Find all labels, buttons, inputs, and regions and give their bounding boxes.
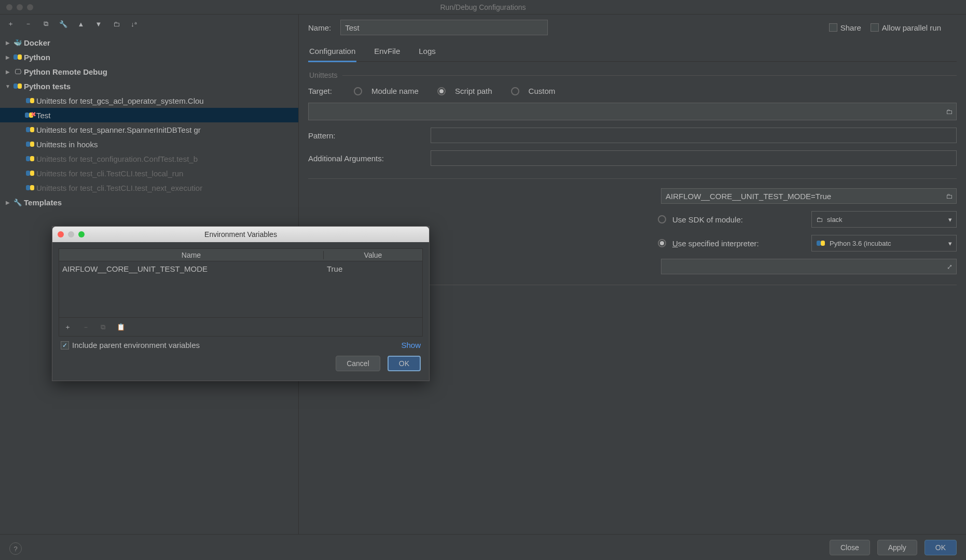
tab-logs[interactable]: Logs	[418, 45, 437, 61]
module-icon: 🗀	[816, 216, 823, 223]
edit-defaults-icon[interactable]: 🔧	[59, 20, 67, 28]
expander-icon[interactable]: ▶	[4, 54, 11, 60]
interpreter-options-input[interactable]	[661, 259, 957, 274]
tree-child-item[interactable]: Unittests in hooks	[0, 137, 298, 151]
target-label: Target:	[308, 87, 344, 95]
minimize-window-icon[interactable]	[17, 4, 23, 10]
name-label: Name:	[308, 23, 331, 32]
radio-script-path[interactable]	[437, 87, 446, 95]
show-link[interactable]: Show	[401, 341, 421, 349]
copy-config-icon[interactable]: ⧉	[42, 20, 50, 28]
folder-icon[interactable]: 🗀	[112, 20, 120, 28]
python-icon	[24, 125, 36, 134]
include-parent-checkbox[interactable]: ✓ Include parent environment variables	[61, 341, 200, 349]
browse-icon[interactable]: 🗀	[946, 192, 953, 200]
ok-button[interactable]: OK	[924, 540, 957, 555]
python-icon	[816, 239, 825, 248]
env-var-name[interactable]: AIRFLOW__CORE__UNIT_TEST_MODE	[59, 264, 324, 273]
interpreter-value: Python 3.6 (incubatc	[830, 240, 891, 247]
tree-child-label: Unittests for test_gcs_acl_operator_syst…	[36, 96, 204, 105]
radio-module-label: Module name	[371, 87, 419, 95]
dialog-button-bar: ? Close Apply OK	[0, 534, 966, 560]
tree-label: Docker	[24, 38, 50, 47]
close-window-icon[interactable]	[6, 4, 12, 10]
ok-button[interactable]: OK	[388, 356, 421, 371]
close-button[interactable]: Close	[830, 540, 870, 555]
table-empty-area[interactable]	[59, 276, 422, 317]
radio-custom-label: Custom	[529, 87, 556, 95]
sort-icon[interactable]: ↓ᵃ	[130, 20, 138, 28]
tree-child-label: Unittests in hooks	[36, 140, 98, 149]
target-path-input[interactable]	[308, 103, 957, 120]
zoom-window-icon[interactable]	[27, 4, 33, 10]
modal-title: Environment Variables	[204, 230, 277, 239]
tree-node-python-tests[interactable]: ▼ Python tests	[0, 79, 298, 93]
name-input[interactable]	[340, 20, 548, 35]
tab-envfile[interactable]: EnvFile	[373, 45, 401, 61]
browse-icon[interactable]: 🗀	[946, 108, 953, 116]
radio-module-name[interactable]	[354, 87, 362, 95]
env-vars-input[interactable]	[661, 188, 957, 204]
tree-node-templates[interactable]: ▶ 🔧 Templates	[0, 195, 298, 209]
expander-icon[interactable]: ▼	[4, 83, 11, 89]
paste-var-icon[interactable]: 📋	[117, 323, 125, 331]
move-up-icon[interactable]: ▲	[77, 20, 85, 28]
radio-custom[interactable]	[511, 87, 519, 95]
section-unittests: Unittests	[309, 71, 957, 79]
interpreter-label: Use specified interpreter:	[672, 239, 805, 248]
interpreter-combo[interactable]: Python 3.6 (incubatc ▾	[811, 235, 957, 251]
add-config-icon[interactable]: ＋	[6, 20, 15, 28]
chevron-down-icon: ▾	[948, 240, 952, 247]
docker-icon: 🐳	[11, 39, 24, 47]
copy-var-icon[interactable]: ⧉	[101, 323, 105, 331]
remove-config-icon[interactable]: －	[24, 20, 32, 28]
python-icon	[24, 154, 36, 163]
zoom-icon[interactable]	[78, 231, 85, 237]
cancel-button[interactable]: Cancel	[336, 356, 380, 371]
tree-node-python[interactable]: ▶ Python	[0, 50, 298, 64]
tree-child-item[interactable]: ✖Test	[0, 108, 298, 122]
checkbox-checked-icon: ✓	[61, 341, 69, 349]
tree-label: Templates	[24, 198, 62, 207]
remove-var-icon[interactable]: －	[82, 323, 89, 332]
env-var-value[interactable]: True	[324, 264, 422, 273]
expander-icon[interactable]: ▶	[4, 200, 11, 205]
tree-child-item[interactable]: Unittests for test_cli.TestCLI.test_loca…	[0, 166, 298, 180]
additional-args-input[interactable]	[431, 150, 957, 166]
move-down-icon[interactable]: ▼	[94, 20, 103, 28]
close-icon[interactable]	[58, 231, 64, 237]
tree-node-docker[interactable]: ▶ 🐳 Docker	[0, 35, 298, 50]
share-label: Share	[840, 23, 861, 32]
tree-node-remote-debug[interactable]: ▶ 🖵 Python Remote Debug	[0, 64, 298, 79]
tree-child-label: Test	[36, 111, 51, 120]
expand-icon[interactable]: ⤢	[947, 263, 953, 271]
column-name[interactable]: Name	[59, 251, 324, 259]
column-value[interactable]: Value	[324, 251, 422, 259]
tree-child-item[interactable]: Unittests for test_configuration.ConfTes…	[0, 151, 298, 166]
parallel-run-checkbox[interactable]: Allow parallel run	[871, 23, 941, 32]
radio-use-sdk[interactable]	[658, 215, 666, 223]
python-error-icon: ✖	[24, 110, 36, 120]
chevron-down-icon: ▾	[948, 216, 952, 223]
window-titlebar: Run/Debug Configurations	[0, 0, 966, 15]
pattern-input[interactable]	[431, 128, 957, 143]
tree-child-item[interactable]: Unittests for test_spanner.SpannerInitDB…	[0, 122, 298, 137]
modal-titlebar: Environment Variables	[52, 227, 429, 242]
tab-configuration[interactable]: Configuration	[308, 45, 356, 62]
share-checkbox[interactable]: Share	[829, 23, 861, 32]
sdk-label: Use SDK of module:	[672, 215, 805, 224]
python-icon	[11, 52, 24, 62]
expander-icon[interactable]: ▶	[4, 69, 11, 75]
add-var-icon[interactable]: ＋	[64, 323, 71, 332]
radio-use-interpreter[interactable]	[658, 239, 666, 247]
apply-button[interactable]: Apply	[877, 540, 917, 555]
divider	[308, 178, 957, 179]
expander-icon[interactable]: ▶	[4, 40, 11, 46]
help-button[interactable]: ?	[9, 542, 22, 555]
sdk-module-combo[interactable]: 🗀slack ▾	[811, 211, 957, 228]
minimize-icon[interactable]	[68, 231, 74, 237]
tree-child-item[interactable]: Unittests for test_cli.TestCLI.test_next…	[0, 180, 298, 195]
tree-child-item[interactable]: Unittests for test_gcs_acl_operator_syst…	[0, 93, 298, 108]
env-var-row[interactable]: AIRFLOW__CORE__UNIT_TEST_MODE True	[59, 261, 422, 276]
python-icon	[24, 169, 36, 178]
